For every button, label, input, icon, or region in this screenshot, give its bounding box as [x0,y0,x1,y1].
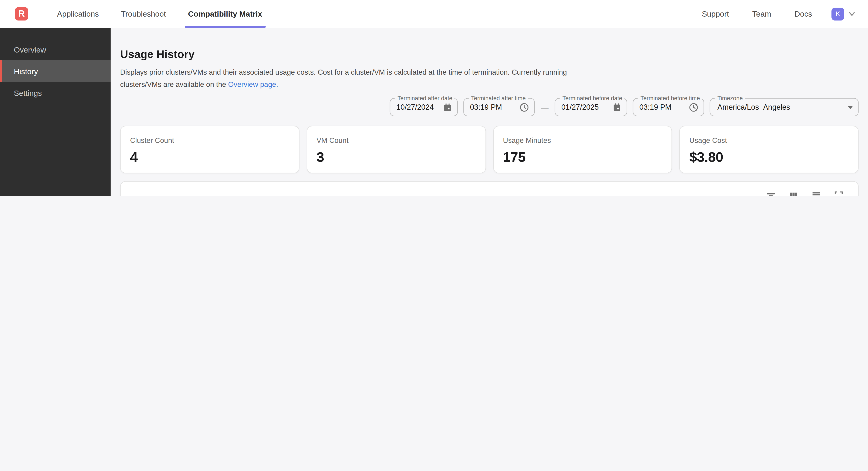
secondary-nav: Support Team Docs K [690,0,868,28]
field-label: Terminated before date [560,95,624,101]
filter-row: Terminated after date 10/27/2024 Termina… [120,98,859,116]
stat-value: 3 [316,149,476,165]
table-toolbar [125,186,854,196]
clock-icon[interactable] [519,102,529,112]
terminated-before-time-field[interactable]: Terminated before time 03:19 PM [633,98,704,116]
stat-card-usage-minutes: Usage Minutes 175 [493,125,672,173]
clock-icon[interactable] [688,102,699,112]
description-line2: clusters/VMs are available on the [120,80,228,88]
stat-card-usage-cost: Usage Cost $3.80 [679,125,859,173]
field-value[interactable]: 10/27/2024 [397,103,439,111]
nav-item-troubleshoot[interactable]: Troubleshoot [110,0,177,28]
field-value[interactable]: 03:19 PM [640,103,685,111]
stat-value: 175 [503,149,662,165]
sidebar-item-overview[interactable]: Overview [0,39,111,60]
field-label: Terminated before time [638,95,702,101]
sidebar-item-history[interactable]: History [0,60,111,82]
stat-card-vm-count: VM Count 3 [307,125,486,173]
timezone-select[interactable]: Timezone America/Los_Angeles [710,98,859,116]
stat-value: $3.80 [689,149,848,165]
app-window: R Applications Troubleshoot Compatibilit… [0,0,868,196]
primary-nav: Applications Troubleshoot Compatibility … [46,0,273,28]
terminated-after-time-field[interactable]: Terminated after time 03:19 PM [463,98,535,116]
description-line1: Displays prior clusters/VMs and their as… [120,68,567,77]
terminated-before-date-field[interactable]: Terminated before date 01/27/2025 [555,98,627,116]
field-value[interactable]: America/Los_Angeles [717,103,844,111]
date-range-separator: — [540,103,549,112]
field-label: Timezone [715,95,745,101]
field-value[interactable]: 01/27/2025 [561,103,609,111]
user-avatar[interactable]: K [831,7,844,20]
page-description: Displays prior clusters/VMs and their as… [120,66,859,90]
stat-cards: Cluster Count 4 VM Count 3 Usage Minutes… [120,125,859,173]
stat-label: VM Count [316,136,476,145]
stat-label: Usage Minutes [503,136,662,145]
stat-value: 4 [130,149,289,165]
sidebar: Overview History Settings [0,28,111,196]
sidebar-item-settings[interactable]: Settings [0,82,111,104]
filter-icon[interactable] [766,190,776,196]
dropdown-arrow-icon[interactable] [847,106,853,109]
calendar-icon[interactable] [443,102,452,112]
nav-item-team[interactable]: Team [741,9,783,18]
chevron-down-icon[interactable] [848,10,856,18]
main-content: Usage History Displays prior clusters/VM… [111,28,868,196]
columns-icon[interactable] [788,190,799,196]
overview-page-link[interactable]: Overview page [228,80,276,88]
stat-card-cluster-count: Cluster Count 4 [120,125,299,173]
stat-label: Usage Cost [689,136,848,145]
usage-table-card: Actions Name By Cost Distribution [120,181,859,196]
nav-item-docs[interactable]: Docs [783,9,824,18]
stat-label: Cluster Count [130,136,289,145]
top-nav: R Applications Troubleshoot Compatibilit… [0,0,868,28]
fullscreen-icon[interactable] [834,190,844,196]
terminated-after-date-field[interactable]: Terminated after date 10/27/2024 [390,98,458,116]
field-label: Terminated after date [395,95,455,101]
field-label: Terminated after time [469,95,528,101]
page-title: Usage History [120,48,859,61]
calendar-icon[interactable] [612,102,622,112]
nav-item-compatibility-matrix[interactable]: Compatibility Matrix [177,0,273,28]
nav-item-applications[interactable]: Applications [46,0,110,28]
nav-item-support[interactable]: Support [690,9,741,18]
density-icon[interactable] [811,190,822,196]
field-value[interactable]: 03:19 PM [470,103,516,111]
replicated-logo[interactable]: R [15,7,28,21]
